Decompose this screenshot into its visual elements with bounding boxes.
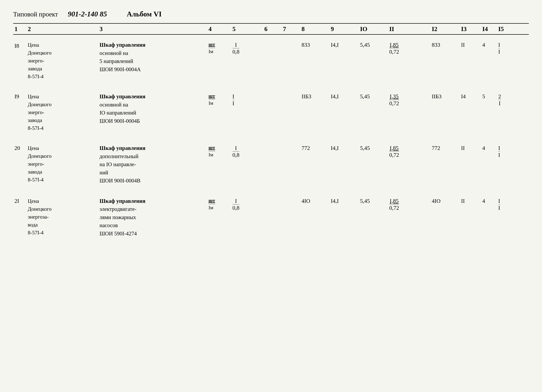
row-19-col6 — [263, 91, 282, 134]
row-20-col8: 772 — [300, 143, 330, 187]
spacer-row-2 — [13, 134, 529, 143]
table-row — [13, 34, 529, 39]
row-20-col7 — [282, 143, 300, 187]
col-header-8: 8 — [300, 23, 330, 34]
col-header-14: I4 — [481, 23, 497, 34]
col-header-3: 3 — [98, 23, 207, 34]
header: Типовой проект 901-2-140 85 Альбом VI — [13, 10, 529, 18]
row-20-col9: I4,I — [330, 143, 359, 187]
col-header-4: 4 — [207, 23, 231, 34]
row-19-col7 — [282, 91, 300, 134]
row-21-col4: шт Iм — [207, 195, 231, 240]
row-19-col12: IIБ3 — [430, 91, 460, 134]
row-20-col4: шт Iм — [207, 143, 231, 187]
spacer-row — [13, 83, 529, 91]
row-19-col5: I I — [231, 91, 263, 134]
column-header-row: 1 2 3 4 5 6 7 8 9 IO II I2 I3 I4 I5 — [13, 23, 529, 34]
row-18-col8: 833 — [300, 39, 330, 83]
table-row-19: I9 ЦенаДонецкогоэнерго-завода8-57I-4 Шка… — [13, 91, 529, 134]
row-19-col14: 5 — [481, 91, 497, 134]
table-row-18: I8 ЦенаДонецкогоэнерго-завода8-57I-4 Шка… — [13, 39, 529, 83]
row-18-col5: I 0,8 — [231, 39, 263, 83]
row-19-col9: I4,I — [330, 91, 359, 134]
row-21-num: 2I — [13, 195, 27, 240]
col-header-10: IO — [359, 23, 388, 34]
col-header-7: 7 — [282, 23, 300, 34]
header-album: Альбом VI — [127, 10, 162, 18]
row-18-col12: 833 — [430, 39, 460, 83]
row-21-col14: 4 — [481, 195, 497, 240]
col-header-2: 2 — [27, 23, 98, 34]
row-20-col14: 4 — [481, 143, 497, 187]
row-18-col15: I I — [497, 39, 529, 83]
row-19-col4: шт Iм — [207, 91, 231, 134]
row-19-col8: IIБ3 — [300, 91, 330, 134]
row-18-col13: II — [460, 39, 481, 83]
row-20-col13: II — [460, 143, 481, 187]
row-18-col10: 5,45 — [359, 39, 388, 83]
header-label: Типовой проект — [13, 10, 58, 18]
row-21-col15: I I — [497, 195, 529, 240]
row-19-col3: Шкаф управления основной на IO направлен… — [98, 91, 207, 134]
row-18-col3: Шкаф управления основной на 5 направлени… — [98, 39, 207, 83]
main-table: 1 2 3 4 5 6 7 8 9 IO II I2 I3 I4 I5 — [13, 23, 529, 240]
row-19-col11: I,35 0,72 — [388, 91, 430, 134]
table-wrapper: 1 2 3 4 5 6 7 8 9 IO II I2 I3 I4 I5 — [13, 23, 529, 240]
row-20-num: 20 — [13, 143, 27, 187]
col-header-11: II — [388, 23, 430, 34]
row-20-col11: I,85 0,72 — [388, 143, 430, 187]
row-20-col2: ЦенаДонецкогоэнерго-завода8-57I-4 — [27, 143, 98, 187]
row-18-col7 — [282, 39, 300, 83]
row-21-col6 — [263, 195, 282, 240]
col-header-1: 1 — [13, 23, 27, 34]
row-19-num: I9 — [13, 91, 27, 134]
row-18-col14: 4 — [481, 39, 497, 83]
row-18-col9: I4,I — [330, 39, 359, 83]
row-21-col12: 4IO — [430, 195, 460, 240]
header-value: 901-2-140 85 — [68, 10, 107, 18]
row-21-col13: II — [460, 195, 481, 240]
row-21-col3: Шкаф управления электродвигате- лями пож… — [98, 195, 207, 240]
row-21-col5: I 0,8 — [231, 195, 263, 240]
row-18-num: I8 — [13, 39, 27, 83]
col-header-12: I2 — [430, 23, 460, 34]
row-21-col9: I4,I — [330, 195, 359, 240]
spacer-row-3 — [13, 187, 529, 195]
col-header-5: 5 — [231, 23, 263, 34]
col-header-6: 6 — [263, 23, 282, 34]
col-header-9: 9 — [330, 23, 359, 34]
col-header-13: I3 — [460, 23, 481, 34]
row-18-col11: I,85 0,72 — [388, 39, 430, 83]
col-header-15: I5 — [497, 23, 529, 34]
row-21-col7 — [282, 195, 300, 240]
row-20-col5: I 0,8 — [231, 143, 263, 187]
row-20-col6 — [263, 143, 282, 187]
row-19-col2: ЦенаДонецкогоэнерго-завода8-57I-4 — [27, 91, 98, 134]
row-19-col10: 5,45 — [359, 91, 388, 134]
row-20-col10: 5,45 — [359, 143, 388, 187]
row-21-col11: I,85 0,72 — [388, 195, 430, 240]
row-20-col12: 772 — [430, 143, 460, 187]
row-21-col8: 4IO — [300, 195, 330, 240]
row-18-col2: ЦенаДонецкогоэнерго-завода8-57I-4 — [27, 39, 98, 83]
row-21-col10: 5,45 — [359, 195, 388, 240]
table-row-20: 20 ЦенаДонецкогоэнерго-завода8-57I-4 Шка… — [13, 143, 529, 187]
row-21-col2: ЦенаДонецкогоэнергоза-вода8-57I-4 — [27, 195, 98, 240]
row-20-col3: Шкаф управления дополнительный на IO нап… — [98, 143, 207, 187]
row-19-col15: 2 I — [497, 91, 529, 134]
row-19-col13: I4 — [460, 91, 481, 134]
row-18-col4: шт Iм — [207, 39, 231, 83]
row-20-col15: I I — [497, 143, 529, 187]
table-row-21: 2I ЦенаДонецкогоэнергоза-вода8-57I-4 Шка… — [13, 195, 529, 240]
row-18-col6 — [263, 39, 282, 83]
